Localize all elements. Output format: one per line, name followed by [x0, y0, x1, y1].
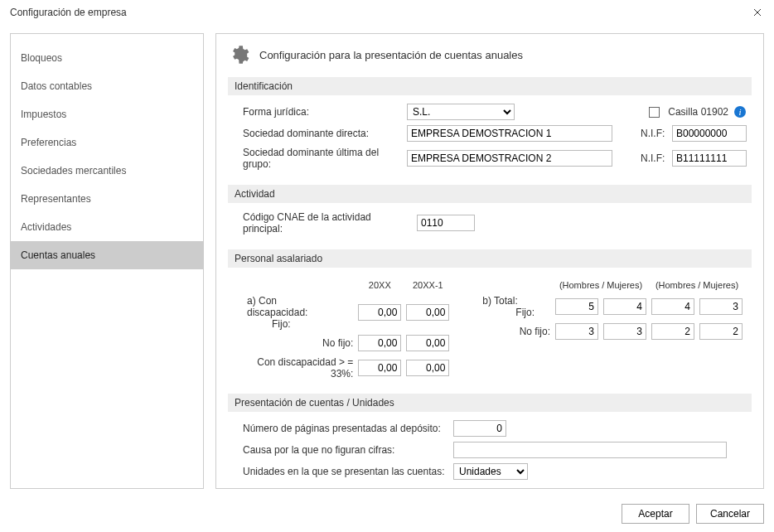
titlebar: Configuración de empresa: [0, 0, 774, 25]
page-title: Configuración para la presentación de cu…: [259, 49, 523, 61]
sidebar-item-impuestos[interactable]: Impuestos: [11, 100, 203, 128]
soc-dom-grupo-input[interactable]: [407, 150, 612, 167]
window-title: Configuración de empresa: [10, 7, 127, 18]
causa-input[interactable]: [453, 442, 727, 458]
sidebar-item-label: Representantes: [21, 193, 91, 205]
a-disc33-20xx-input[interactable]: [358, 360, 401, 376]
a-nofijo-label: No fijo:: [322, 337, 353, 349]
a-disc33-label: Con discapacidad > = 33%:: [257, 356, 353, 380]
b-fijo-m2-input[interactable]: [699, 298, 743, 315]
sidebar-item-label: Actividades: [21, 221, 71, 233]
nif1-input[interactable]: [672, 125, 747, 142]
content-panel: Configuración para la presentación de cu…: [215, 33, 764, 489]
b-fijo-h1-input[interactable]: [555, 298, 598, 315]
sidebar: Bloqueos Datos contables Impuestos Prefe…: [10, 33, 204, 489]
svg-text:i: i: [738, 107, 741, 117]
footer: Aceptar Cancelar: [0, 497, 774, 532]
unidades-label: Unidades en la que se presentan las cuen…: [243, 466, 448, 477]
sidebar-item-actividades[interactable]: Actividades: [11, 213, 203, 241]
nif2-input[interactable]: [672, 150, 747, 167]
section-presentacion-header: Presentación de cuentas / Unidades: [228, 394, 752, 412]
col-20xx1-header: 20XX-1: [405, 279, 450, 291]
causa-label: Causa por la que no figuran cifras:: [243, 444, 448, 456]
b-nofijo-label: No fijo:: [520, 326, 550, 337]
sidebar-item-label: Preferencias: [21, 137, 76, 148]
a-nofijo-20xx-input[interactable]: [358, 335, 401, 351]
section-personal-header: Personal asalariado: [228, 249, 752, 268]
col-20xx-header: 20XX: [357, 279, 402, 291]
b-fijo-label: Fijo:: [515, 307, 535, 318]
sidebar-item-bloqueos[interactable]: Bloqueos: [11, 44, 203, 72]
b-nofijo-h1-input[interactable]: [555, 323, 598, 340]
sidebar-item-label: Bloqueos: [21, 52, 62, 64]
sidebar-item-label: Datos contables: [21, 80, 92, 92]
soc-dom-grupo-label: Sociedad dominante última del grupo:: [243, 147, 402, 170]
close-icon: [753, 8, 762, 17]
a-disc33-20xx1-input[interactable]: [406, 360, 449, 376]
a-discapacidad-label: a) Con discapacidad:: [247, 295, 307, 318]
section-actividad-header: Actividad: [228, 185, 752, 203]
b-nofijo-h2-input[interactable]: [651, 323, 694, 340]
sidebar-item-cuentas-anuales[interactable]: Cuentas anuales: [11, 241, 203, 269]
forma-juridica-select[interactable]: S.L.: [407, 104, 515, 120]
b-nofijo-m1-input[interactable]: [603, 323, 646, 340]
sidebar-item-datos-contables[interactable]: Datos contables: [11, 72, 203, 100]
b-total-label: b) Total:: [482, 295, 517, 307]
casilla-01902-checkbox[interactable]: [649, 107, 660, 118]
num-paginas-input[interactable]: [453, 420, 506, 437]
sidebar-item-representantes[interactable]: Representantes: [11, 185, 203, 213]
nif2-label: N.I.F:: [641, 152, 667, 164]
a-fijo-label: Fijo:: [272, 318, 291, 330]
b-fijo-m1-input[interactable]: [603, 298, 646, 315]
sidebar-item-label: Impuestos: [21, 109, 66, 120]
info-icon[interactable]: i: [733, 105, 747, 118]
cnae-input[interactable]: [417, 215, 475, 231]
sidebar-item-sociedades-mercantiles[interactable]: Sociedades mercantiles: [11, 157, 203, 185]
soc-dom-directa-label: Sociedad dominante directa:: [243, 128, 402, 139]
gear-icon: [228, 44, 249, 65]
b-fijo-h2-input[interactable]: [651, 298, 694, 315]
cancel-button-label: Cancelar: [710, 508, 750, 520]
cnae-label: Código CNAE de la actividad principal:: [243, 211, 412, 235]
close-button[interactable]: [749, 4, 766, 21]
nif1-label: N.I.F:: [641, 128, 667, 139]
a-fijo-20xx1-input[interactable]: [406, 304, 449, 321]
accept-button[interactable]: Aceptar: [622, 504, 689, 524]
cancel-button[interactable]: Cancelar: [696, 504, 764, 524]
hm-header-1: (Hombres / Mujeres): [554, 279, 647, 291]
casilla-01902-label: Casilla 01902: [668, 106, 728, 118]
a-fijo-20xx-input[interactable]: [358, 304, 401, 321]
num-paginas-label: Número de páginas presentadas al depósit…: [243, 423, 448, 434]
accept-button-label: Aceptar: [638, 508, 672, 520]
soc-dom-directa-input[interactable]: [407, 125, 612, 142]
forma-juridica-label: Forma jurídica:: [243, 106, 402, 118]
sidebar-item-label: Cuentas anuales: [21, 249, 95, 261]
b-nofijo-m2-input[interactable]: [699, 323, 743, 340]
unidades-select[interactable]: Unidades: [453, 463, 528, 480]
sidebar-item-preferencias[interactable]: Preferencias: [11, 128, 203, 157]
hm-header-2: (Hombres / Mujeres): [651, 279, 743, 291]
a-nofijo-20xx1-input[interactable]: [406, 335, 449, 351]
section-identificacion-header: Identificación: [228, 77, 752, 95]
sidebar-item-label: Sociedades mercantiles: [21, 165, 126, 177]
